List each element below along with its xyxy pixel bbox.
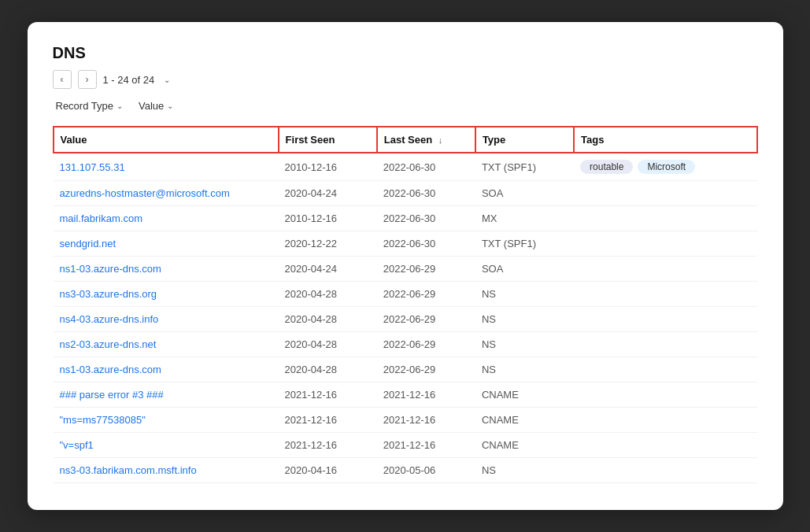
cell-last-seen: 2022-06-29 xyxy=(377,357,475,382)
cell-last-seen: 2021-12-16 xyxy=(377,382,475,408)
main-window: DNS ‹ › 1 - 24 of 24 ⌄ Record Type ⌄ Val… xyxy=(28,22,783,510)
record-type-filter-button[interactable]: Record Type ⌄ xyxy=(53,98,126,113)
sort-icon: ↓ xyxy=(438,135,443,145)
table-row: ns3-03.fabrikam.com.msft.info2020-04-162… xyxy=(54,458,757,483)
cell-value[interactable]: azuredns-hostmaster@microsoft.com xyxy=(54,181,279,206)
record-type-chevron-icon: ⌄ xyxy=(117,102,123,110)
cell-type: CNAME xyxy=(475,382,574,408)
next-page-button[interactable]: › xyxy=(78,70,97,89)
cell-type: NS xyxy=(475,307,574,332)
cell-first-seen: 2020-04-24 xyxy=(279,181,377,206)
cell-value[interactable]: ns1-03.azure-dns.com xyxy=(54,357,279,382)
cell-value[interactable]: ns2-03.azure-dns.net xyxy=(54,332,279,357)
cell-value[interactable]: ### parse error #3 ### xyxy=(54,382,279,408)
cell-tags xyxy=(574,231,756,257)
value-chevron-icon: ⌄ xyxy=(167,102,173,110)
cell-type: TXT (SPF1) xyxy=(475,231,574,257)
filters-row: Record Type ⌄ Value ⌄ xyxy=(53,98,758,113)
cell-last-seen: 2022-06-29 xyxy=(377,332,475,357)
cell-tags xyxy=(574,408,756,433)
cell-tags xyxy=(574,382,756,408)
table-row: 131.107.55.312010-12-162022-06-30TXT (SP… xyxy=(54,153,757,181)
cell-last-seen: 2020-05-06 xyxy=(377,458,475,483)
cell-value[interactable]: "v=spf1 xyxy=(54,433,279,458)
prev-page-button[interactable]: ‹ xyxy=(53,70,72,89)
dns-table: Value First Seen Last Seen ↓ Type Tags xyxy=(53,126,758,483)
cell-value[interactable]: ns3-03.azure-dns.org xyxy=(54,282,279,307)
cell-type: NS xyxy=(475,282,574,307)
table-row: azuredns-hostmaster@microsoft.com2020-04… xyxy=(54,181,757,206)
cell-type: CNAME xyxy=(475,408,574,433)
col-header-type[interactable]: Type xyxy=(475,127,574,153)
table-row: mail.fabrikam.com2010-12-162022-06-30MX xyxy=(54,206,757,231)
cell-first-seen: 2020-04-24 xyxy=(279,257,377,282)
chevron-left-icon: ‹ xyxy=(61,74,64,85)
table-row: sendgrid.net2020-12-222022-06-30TXT (SPF… xyxy=(54,231,757,257)
table-row: ### parse error #3 ###2021-12-162021-12-… xyxy=(54,382,757,408)
cell-type: SOA xyxy=(475,181,574,206)
table-header-row: Value First Seen Last Seen ↓ Type Tags xyxy=(54,127,757,153)
cell-last-seen: 2021-12-16 xyxy=(377,408,475,433)
cell-first-seen: 2021-12-16 xyxy=(279,382,377,408)
cell-tags xyxy=(574,332,756,357)
cell-value[interactable]: mail.fabrikam.com xyxy=(54,206,279,231)
col-header-tags[interactable]: Tags xyxy=(574,127,756,153)
chevron-right-icon: › xyxy=(86,74,89,85)
table-row: ns3-03.azure-dns.org2020-04-282022-06-29… xyxy=(54,282,757,307)
cell-last-seen: 2022-06-29 xyxy=(377,257,475,282)
cell-tags xyxy=(574,257,756,282)
table-body: 131.107.55.312010-12-162022-06-30TXT (SP… xyxy=(54,153,757,483)
cell-last-seen: 2022-06-30 xyxy=(377,181,475,206)
cell-first-seen: 2020-04-28 xyxy=(279,282,377,307)
pagination-row: ‹ › 1 - 24 of 24 ⌄ xyxy=(53,70,758,89)
cell-type: SOA xyxy=(475,257,574,282)
cell-tags xyxy=(574,181,756,206)
cell-value[interactable]: 131.107.55.31 xyxy=(54,153,279,181)
cell-type: NS xyxy=(475,332,574,357)
cell-first-seen: 2010-12-16 xyxy=(279,206,377,231)
table-row: ns1-03.azure-dns.com2020-04-242022-06-29… xyxy=(54,257,757,282)
dns-table-container: Value First Seen Last Seen ↓ Type Tags xyxy=(53,126,758,483)
cell-first-seen: 2020-04-16 xyxy=(279,458,377,483)
cell-tags xyxy=(574,357,756,382)
cell-last-seen: 2022-06-29 xyxy=(377,307,475,332)
cell-last-seen: 2022-06-30 xyxy=(377,206,475,231)
chevron-down-icon: ⌄ xyxy=(164,76,170,84)
cell-value[interactable]: ns3-03.fabrikam.com.msft.info xyxy=(54,458,279,483)
cell-last-seen: 2022-06-30 xyxy=(377,153,475,181)
cell-first-seen: 2020-04-28 xyxy=(279,307,377,332)
page-title: DNS xyxy=(53,44,758,62)
col-header-last-seen[interactable]: Last Seen ↓ xyxy=(377,127,475,153)
cell-value[interactable]: sendgrid.net xyxy=(54,231,279,257)
record-type-label: Record Type xyxy=(56,100,113,112)
cell-last-seen: 2021-12-16 xyxy=(377,433,475,458)
pagination-dropdown-button[interactable]: ⌄ xyxy=(161,74,173,86)
cell-tags: routableMicrosoft xyxy=(574,153,756,181)
cell-tags xyxy=(574,433,756,458)
table-row: ns2-03.azure-dns.net2020-04-282022-06-29… xyxy=(54,332,757,357)
cell-value[interactable]: ns4-03.azure-dns.info xyxy=(54,307,279,332)
cell-first-seen: 2020-04-28 xyxy=(279,357,377,382)
cell-type: TXT (SPF1) xyxy=(475,153,574,181)
value-filter-button[interactable]: Value ⌄ xyxy=(135,98,176,113)
cell-value[interactable]: "ms=ms77538085" xyxy=(54,408,279,433)
cell-type: CNAME xyxy=(475,433,574,458)
cell-first-seen: 2010-12-16 xyxy=(279,153,377,181)
cell-tags xyxy=(574,307,756,332)
tag-badge: Microsoft xyxy=(638,160,695,174)
cell-first-seen: 2020-04-28 xyxy=(279,332,377,357)
table-row: ns1-03.azure-dns.com2020-04-282022-06-29… xyxy=(54,357,757,382)
cell-tags xyxy=(574,206,756,231)
col-header-value[interactable]: Value xyxy=(54,127,279,153)
cell-type: NS xyxy=(475,357,574,382)
col-header-first-seen[interactable]: First Seen xyxy=(279,127,377,153)
cell-type: NS xyxy=(475,458,574,483)
cell-first-seen: 2021-12-16 xyxy=(279,408,377,433)
cell-last-seen: 2022-06-30 xyxy=(377,231,475,257)
cell-last-seen: 2022-06-29 xyxy=(377,282,475,307)
table-row: "v=spf12021-12-162021-12-16CNAME xyxy=(54,433,757,458)
value-label: Value xyxy=(139,100,164,112)
cell-value[interactable]: ns1-03.azure-dns.com xyxy=(54,257,279,282)
cell-first-seen: 2020-12-22 xyxy=(279,231,377,257)
cell-first-seen: 2021-12-16 xyxy=(279,433,377,458)
